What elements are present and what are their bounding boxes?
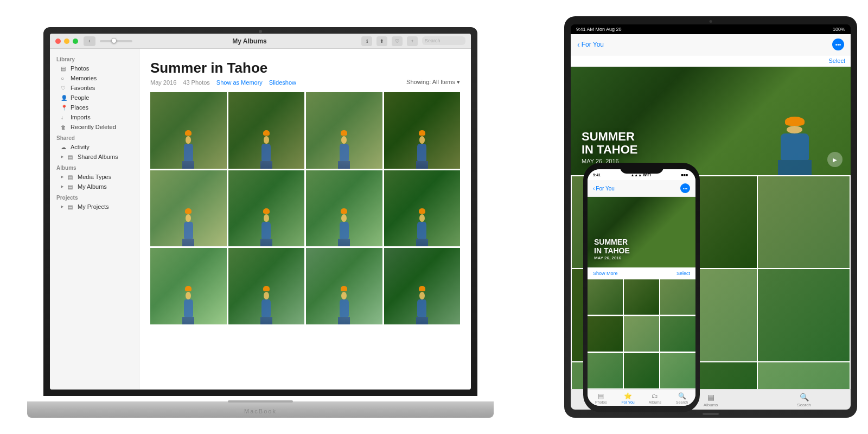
- iphone-photo-cell[interactable]: [588, 353, 623, 388]
- ipad-photo-cell[interactable]: [758, 176, 850, 268]
- ipad-more-button[interactable]: •••: [832, 39, 844, 50]
- mac-maximize-btn[interactable]: [73, 39, 78, 44]
- ipad-hero-figure1: [767, 99, 822, 175]
- sidebar-item-people-label: People: [71, 94, 89, 101]
- photo-cell[interactable]: [150, 170, 227, 247]
- ipad-status-bar: 9:41 AM Mon Aug 20 100%: [571, 24, 851, 34]
- photo-cell[interactable]: [384, 92, 461, 169]
- macbook-brand-label: MacBook: [244, 408, 277, 414]
- mac-back-btn[interactable]: ‹: [84, 36, 95, 46]
- ipad-photo-cell[interactable]: [758, 362, 850, 389]
- ipad-camera: [710, 20, 712, 23]
- search-tab-icon: 🔍: [800, 393, 809, 401]
- iphone-tab-albums[interactable]: 🗂 Albums: [642, 392, 669, 405]
- sidebar-item-recently-deleted[interactable]: 🗑 Recently Deleted: [50, 122, 139, 132]
- ipad-nav-bar: ‹ For You •••: [571, 34, 851, 55]
- iphone-back-button[interactable]: ‹ For You: [593, 186, 615, 192]
- sidebar-item-label: Recently Deleted: [71, 124, 116, 130]
- photo-cell[interactable]: [150, 92, 227, 169]
- slideshow-link[interactable]: Slideshow: [269, 79, 296, 86]
- albums-tab-icon: ▤: [707, 393, 714, 401]
- iphone-content: SUMMER IN TAHOE MAY 26, 2016 Show More S…: [588, 197, 695, 389]
- sidebar-projects-label: Projects: [50, 192, 139, 202]
- photo-cell[interactable]: [150, 248, 227, 324]
- iphone-tab-photos[interactable]: ▤ Photos: [588, 392, 615, 405]
- mac-sidebar: Library ▤ Photos ○ Memories ♡ Favorites: [50, 49, 139, 390]
- iphone-photo-cell[interactable]: [660, 279, 695, 315]
- my-projects-icon: ▤: [68, 204, 74, 210]
- ipad-photo-cell[interactable]: [758, 269, 850, 361]
- iphone-more-button[interactable]: •••: [680, 183, 690, 193]
- photo-cell[interactable]: [306, 170, 382, 247]
- iphone-photo-cell[interactable]: [624, 279, 659, 315]
- macbook-screen: ‹ My Albums ℹ ⬆ ♡ + Search: [43, 27, 477, 396]
- mac-minimize-btn[interactable]: [64, 39, 69, 44]
- photo-cell[interactable]: [306, 92, 382, 169]
- iphone-select-link[interactable]: Select: [676, 271, 690, 276]
- sidebar-item-imports[interactable]: ↓ Imports: [50, 112, 139, 122]
- ipad-tab-search[interactable]: 🔍 Search: [757, 392, 851, 409]
- mac-plus-icon[interactable]: +: [407, 36, 418, 46]
- for-you-tab-label: For You: [622, 400, 635, 404]
- iphone-photo-cell[interactable]: [660, 353, 695, 388]
- photo-cell[interactable]: [384, 170, 461, 247]
- ipad-home-button[interactable]: [703, 413, 719, 415]
- sidebar-item-people[interactable]: 👤 People: [50, 93, 139, 103]
- ipad-back-button[interactable]: ‹ For You: [577, 40, 604, 49]
- photo-cell[interactable]: [384, 248, 461, 324]
- iphone-notch: [620, 163, 663, 174]
- album-date: May 2016: [150, 79, 176, 86]
- iphone-photo-cell[interactable]: [588, 316, 623, 352]
- photo-cell[interactable]: [228, 170, 305, 247]
- mac-info-icon[interactable]: ℹ: [361, 36, 372, 46]
- sidebar-item-favorites[interactable]: ♡ Favorites: [50, 83, 139, 93]
- iphone-tab-search[interactable]: 🔍 Search: [668, 392, 695, 405]
- ellipsis-icon: •••: [683, 186, 687, 191]
- ipad-select-button[interactable]: Select: [828, 58, 845, 64]
- iphone-hero-title-text: SUMMER IN TAHOE: [594, 238, 630, 255]
- mac-traffic-lights: [55, 39, 78, 44]
- mac-toolbar-icons: ℹ ⬆ ♡ + Search: [361, 36, 465, 46]
- sidebar-item-media-types[interactable]: ▶ ▤ Media Types: [50, 172, 139, 182]
- iphone-frame: 9:41 ▲▲▲ WiFi ■■■ ‹ For You •••: [583, 163, 700, 412]
- iphone-tab-for-you[interactable]: ⭐ For You: [615, 392, 642, 405]
- iphone-photo-cell[interactable]: [624, 353, 659, 388]
- favorites-icon: ♡: [61, 85, 67, 91]
- my-albums-icon: ▤: [68, 184, 74, 190]
- macbook: ‹ My Albums ℹ ⬆ ♡ + Search: [27, 27, 494, 418]
- slider-thumb: [111, 38, 117, 43]
- photo-cell[interactable]: [306, 248, 382, 324]
- chevron-left-icon: ‹: [577, 40, 580, 49]
- sidebar-item-shared-albums[interactable]: ▶ ▤ Shared Albums: [50, 152, 139, 162]
- photo-cell[interactable]: [228, 92, 305, 169]
- ipad-hero-title: SUMMER IN TAHOE MAY 26, 2016: [582, 130, 637, 164]
- mac-zoom-slider[interactable]: [100, 40, 132, 42]
- iphone-show-more-link[interactable]: Show More: [593, 271, 618, 276]
- ipad-time: 9:41 AM Mon Aug 20: [576, 27, 622, 32]
- mac-search-box[interactable]: Search: [422, 36, 465, 45]
- photo-cell[interactable]: [228, 248, 305, 324]
- iphone-photo-cell[interactable]: [588, 279, 623, 315]
- mac-window-title: My Albums: [138, 37, 361, 45]
- iphone-time: 9:41: [593, 173, 601, 177]
- sidebar-item-photos[interactable]: ▤ Photos: [50, 63, 139, 73]
- show-as-memory-link[interactable]: Show as Memory: [216, 79, 263, 86]
- sidebar-item-memories[interactable]: ○ Memories: [50, 73, 139, 83]
- ipad-play-button[interactable]: ▶: [827, 152, 843, 167]
- sidebar-item-places[interactable]: 📍 Places: [50, 103, 139, 112]
- sidebar-item-activity[interactable]: ☁ Activity: [50, 142, 139, 152]
- ipad-select-bar: Select: [571, 55, 851, 67]
- iphone-photo-cell[interactable]: [624, 316, 659, 352]
- mac-close-btn[interactable]: [55, 39, 61, 44]
- mac-share-icon[interactable]: ⬆: [376, 36, 387, 46]
- sidebar-item-my-albums[interactable]: ▶ ▤ My Albums: [50, 182, 139, 192]
- for-you-tab-icon: ⭐: [624, 392, 632, 400]
- sidebar-item-label: Photos: [71, 65, 89, 72]
- photos-tab-label: Photos: [595, 400, 607, 404]
- iphone-photo-cell[interactable]: [660, 316, 695, 352]
- mac-heart-icon[interactable]: ♡: [392, 36, 403, 46]
- showing-filter[interactable]: Showing: All Items ▾: [406, 79, 460, 86]
- shared-albums-icon: ▤: [68, 154, 74, 160]
- sidebar-item-my-projects[interactable]: ▶ ▤ My Projects: [50, 202, 139, 212]
- ipad-hero-title-text: SUMMER IN TAHOE: [582, 130, 637, 156]
